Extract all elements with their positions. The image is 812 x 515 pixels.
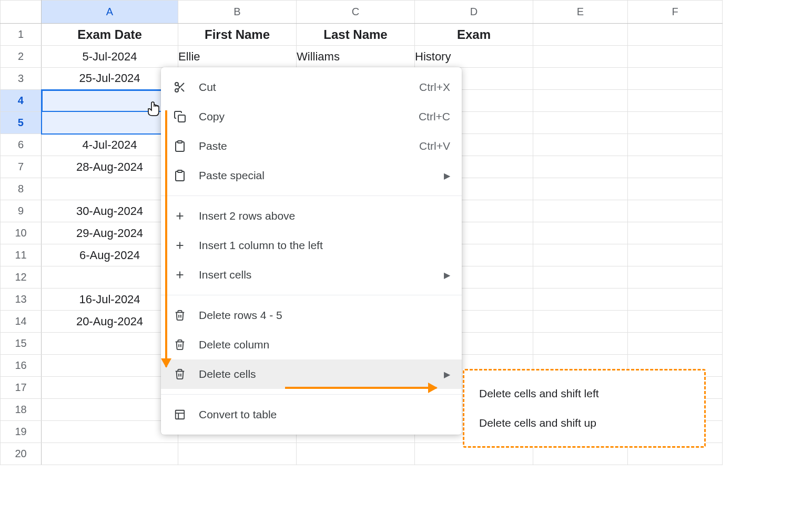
cell-d2[interactable]: History: [415, 46, 533, 68]
cell-e14[interactable]: [533, 311, 628, 333]
row-header-12[interactable]: 12: [1, 266, 42, 289]
cell-a15[interactable]: [42, 333, 178, 355]
cell-f11[interactable]: [628, 244, 723, 266]
row-header-7[interactable]: 7: [1, 156, 42, 178]
cell-f3[interactable]: [628, 68, 723, 90]
menu-delete-column[interactable]: Delete column: [161, 330, 462, 359]
menu-convert-table[interactable]: Convert to table: [161, 400, 462, 429]
cell-a11[interactable]: 6-Aug-2024: [42, 244, 178, 266]
cell-f13[interactable]: [628, 289, 723, 311]
col-header-b[interactable]: B: [178, 1, 297, 24]
row-header-3[interactable]: 3: [1, 68, 42, 90]
cell-a9[interactable]: 30-Aug-2024: [42, 200, 178, 222]
col-header-a[interactable]: A: [42, 1, 178, 24]
row-header-14[interactable]: 14: [1, 311, 42, 333]
cell-a12[interactable]: [42, 266, 178, 289]
cell-f6[interactable]: [628, 134, 723, 156]
cell-d1[interactable]: Exam: [415, 24, 533, 46]
row-header-6[interactable]: 6: [1, 134, 42, 156]
row-header-16[interactable]: 16: [1, 355, 42, 377]
cell-a14[interactable]: 20-Aug-2024: [42, 311, 178, 333]
row-header-4[interactable]: 4: [1, 90, 42, 112]
cell-b20[interactable]: [178, 443, 297, 465]
cell-a16[interactable]: [42, 355, 178, 377]
cell-c20[interactable]: [297, 443, 415, 465]
clipboard-icon: [172, 139, 187, 153]
cell-a5[interactable]: [42, 112, 178, 134]
row-header-5[interactable]: 5: [1, 112, 42, 134]
menu-insert-rows-above[interactable]: Insert 2 rows above: [161, 201, 462, 231]
row-header-20[interactable]: 20: [1, 443, 42, 465]
menu-insert-column-left[interactable]: Insert 1 column to the left: [161, 231, 462, 260]
menu-convert-table-label: Convert to table: [199, 408, 450, 421]
cell-a3[interactable]: 25-Jul-2024: [42, 68, 178, 90]
cell-f4[interactable]: [628, 90, 723, 112]
cell-e4[interactable]: [533, 90, 628, 112]
cell-b2[interactable]: Ellie: [178, 46, 297, 68]
cell-a18[interactable]: [42, 399, 178, 421]
cell-f7[interactable]: [628, 156, 723, 178]
cell-c1[interactable]: Last Name: [297, 24, 415, 46]
col-header-e[interactable]: E: [533, 1, 628, 24]
cell-e12[interactable]: [533, 266, 628, 289]
cell-e7[interactable]: [533, 156, 628, 178]
row-header-17[interactable]: 17: [1, 377, 42, 399]
row-header-1[interactable]: 1: [1, 24, 42, 46]
row-header-11[interactable]: 11: [1, 244, 42, 266]
row-header-9[interactable]: 9: [1, 200, 42, 222]
cell-e15[interactable]: [533, 333, 628, 355]
cell-e8[interactable]: [533, 178, 628, 200]
col-header-c[interactable]: C: [297, 1, 415, 24]
cell-e10[interactable]: [533, 222, 628, 244]
row-header-19[interactable]: 19: [1, 421, 42, 443]
cell-f10[interactable]: [628, 222, 723, 244]
cell-a13[interactable]: 16-Jul-2024: [42, 289, 178, 311]
cell-e1[interactable]: [533, 24, 628, 46]
menu-paste-special[interactable]: Paste special ▶: [161, 161, 462, 190]
cell-f8[interactable]: [628, 178, 723, 200]
cell-e11[interactable]: [533, 244, 628, 266]
submenu-shift-up[interactable]: Delete cells and shift up: [464, 408, 704, 438]
cell-f12[interactable]: [628, 266, 723, 289]
cell-a8[interactable]: [42, 178, 178, 200]
cell-e6[interactable]: [533, 134, 628, 156]
cell-a20[interactable]: [42, 443, 178, 465]
row-header-13[interactable]: 13: [1, 289, 42, 311]
row-header-8[interactable]: 8: [1, 178, 42, 200]
cell-e3[interactable]: [533, 68, 628, 90]
cell-e9[interactable]: [533, 200, 628, 222]
menu-copy[interactable]: Copy Ctrl+C: [161, 102, 462, 131]
row-header-15[interactable]: 15: [1, 333, 42, 355]
submenu-shift-left[interactable]: Delete cells and shift left: [464, 379, 704, 408]
cell-f14[interactable]: [628, 311, 723, 333]
cell-e2[interactable]: [533, 46, 628, 68]
cell-a7[interactable]: 28-Aug-2024: [42, 156, 178, 178]
cell-f15[interactable]: [628, 333, 723, 355]
cell-a2[interactable]: 5-Jul-2024: [42, 46, 178, 68]
col-header-f[interactable]: F: [628, 1, 723, 24]
cell-f9[interactable]: [628, 200, 723, 222]
cell-e5[interactable]: [533, 112, 628, 134]
menu-paste[interactable]: Paste Ctrl+V: [161, 131, 462, 161]
cell-e13[interactable]: [533, 289, 628, 311]
col-header-d[interactable]: D: [415, 1, 533, 24]
cell-a10[interactable]: 29-Aug-2024: [42, 222, 178, 244]
cell-b1[interactable]: First Name: [178, 24, 297, 46]
cell-f2[interactable]: [628, 46, 723, 68]
menu-delete-cells[interactable]: Delete cells ▶: [161, 359, 462, 389]
cell-a19[interactable]: [42, 421, 178, 443]
cell-f1[interactable]: [628, 24, 723, 46]
cell-a6[interactable]: 4-Jul-2024: [42, 134, 178, 156]
menu-insert-cells[interactable]: Insert cells ▶: [161, 260, 462, 290]
row-header-2[interactable]: 2: [1, 46, 42, 68]
select-all-corner[interactable]: [1, 1, 42, 24]
cell-f5[interactable]: [628, 112, 723, 134]
cell-a17[interactable]: [42, 377, 178, 399]
cell-a1[interactable]: Exam Date: [42, 24, 178, 46]
row-header-10[interactable]: 10: [1, 222, 42, 244]
row-header-18[interactable]: 18: [1, 399, 42, 421]
menu-cut[interactable]: Cut Ctrl+X: [161, 73, 462, 102]
cell-c2[interactable]: Williams: [297, 46, 415, 68]
menu-delete-rows[interactable]: Delete rows 4 - 5: [161, 301, 462, 330]
cell-a4[interactable]: [42, 90, 178, 112]
